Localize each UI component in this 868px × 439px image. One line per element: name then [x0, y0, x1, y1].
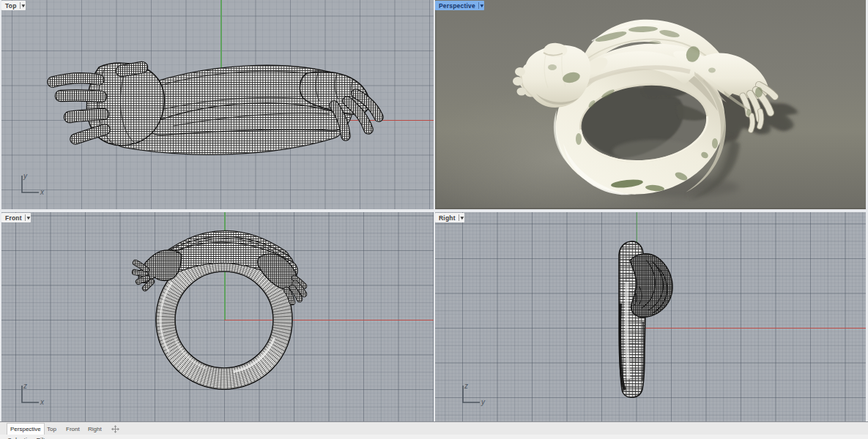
svg-text:y: y	[23, 172, 28, 180]
svg-text:y: y	[481, 398, 486, 406]
svg-text:x: x	[40, 398, 45, 406]
svg-text:z: z	[464, 382, 468, 390]
svg-text:x: x	[40, 188, 45, 196]
svg-text:z: z	[23, 382, 27, 390]
